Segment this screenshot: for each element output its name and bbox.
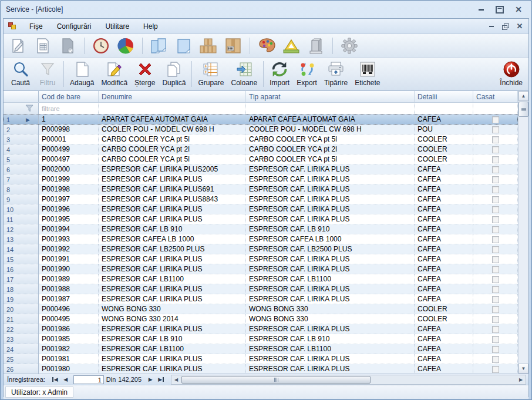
sterge-button[interactable]: Șterge bbox=[131, 59, 159, 89]
table-document-icon[interactable] bbox=[33, 36, 53, 55]
casat-checkbox[interactable] bbox=[492, 226, 499, 233]
casat-checkbox[interactable] bbox=[492, 366, 499, 373]
table-row[interactable]: 18▶ P001988 ESPRESOR CAF. LIRIKA PLUS ES… bbox=[4, 284, 518, 294]
casat-checkbox[interactable] bbox=[492, 316, 499, 323]
casat-checkbox[interactable] bbox=[492, 166, 499, 173]
casat-checkbox[interactable] bbox=[492, 296, 499, 303]
scroll-left-icon[interactable]: ◀ bbox=[171, 375, 181, 384]
building-icon[interactable] bbox=[306, 36, 326, 55]
document-check-icon[interactable] bbox=[58, 36, 78, 55]
clock-icon[interactable] bbox=[91, 36, 111, 55]
close-window-button[interactable]: ✕ bbox=[514, 5, 523, 14]
coloane-button[interactable]: Coloane bbox=[227, 59, 261, 89]
table-row[interactable]: 20▶ P000496 WONG BONG 330 WONG BONG 330 … bbox=[4, 304, 518, 314]
casat-checkbox[interactable] bbox=[492, 206, 499, 213]
table-row[interactable]: 10▶ P001996 ESPRESOR CAF. LIRIKA PLUS ES… bbox=[4, 204, 518, 214]
column-header-casat[interactable]: Casat bbox=[473, 91, 518, 102]
table-row[interactable]: 8▶ P001998 ESPRESOR CAF. LIRIKA PLUS691 … bbox=[4, 184, 518, 194]
menu-utilitare[interactable]: Utilitare bbox=[98, 20, 136, 33]
casat-checkbox[interactable] bbox=[492, 346, 499, 353]
casat-checkbox[interactable] bbox=[492, 196, 499, 203]
table-row[interactable]: 5▶ P000497 CARBO COOLER YCA pt 5l CARBO … bbox=[4, 154, 518, 164]
scroll-up-icon[interactable]: ▲ bbox=[518, 91, 528, 101]
table-row[interactable]: 19▶ P001987 ESPRESOR CAF. LIRIKA PLUS ES… bbox=[4, 294, 518, 304]
filter-input-tip[interactable] bbox=[246, 103, 415, 114]
column-header-denumire[interactable]: Denumire bbox=[99, 91, 246, 102]
box-blue-icon[interactable] bbox=[174, 36, 194, 55]
table-row[interactable]: 4▶ P000499 CARBO COOLER YCA pt 2l CARBO … bbox=[4, 144, 518, 154]
filter-input-casat[interactable] bbox=[473, 103, 518, 114]
grupare-button[interactable]: Grupare bbox=[194, 59, 227, 89]
casat-checkbox[interactable] bbox=[492, 216, 499, 223]
casat-checkbox[interactable] bbox=[492, 336, 499, 343]
title-bar[interactable]: Service - [Articole] ✕ bbox=[1, 1, 531, 18]
adauga-button[interactable]: Adaugă bbox=[66, 59, 97, 89]
mdi-minimize-button[interactable] bbox=[487, 23, 496, 30]
filter-input-denumire[interactable] bbox=[99, 103, 246, 114]
mdi-close-button[interactable]: ✕ bbox=[516, 23, 524, 30]
horizontal-scrollbar[interactable]: ◀ ▶ bbox=[171, 375, 526, 385]
table-row[interactable]: 22▶ P001986 ESPRESOR CAF. LIRIKA PLUS ES… bbox=[4, 324, 518, 334]
table-row[interactable]: 7▶ P001999 ESPRESOR CAF. LIRIKA PLUS ESP… bbox=[4, 174, 518, 184]
package-barcode-icon[interactable] bbox=[223, 36, 243, 55]
casat-checkbox[interactable] bbox=[492, 356, 499, 363]
prev-record-button[interactable]: ◀ bbox=[60, 375, 71, 384]
filter-input-cod[interactable]: filtrare bbox=[39, 103, 99, 114]
table-row[interactable]: 11▶ P001995 ESPRESOR CAF. LIRIKA PLUS ES… bbox=[4, 214, 518, 224]
column-header-tip[interactable]: Tip aparat bbox=[246, 91, 415, 102]
table-row[interactable]: 17▶ P001989 ESPRESOR CAF. LB1100 ESPRESO… bbox=[4, 274, 518, 284]
table-row[interactable]: 9▶ P001997 ESPRESOR CAF. LIRIKA PLUS8843… bbox=[4, 194, 518, 204]
vertical-scroll-thumb[interactable] bbox=[518, 102, 528, 117]
casat-checkbox[interactable] bbox=[492, 256, 499, 263]
menu-help[interactable]: Help bbox=[136, 20, 165, 33]
table-row[interactable]: 3▶ P00001 CARBO COOLER YCA pt 5l CARBO C… bbox=[4, 135, 518, 144]
modifica-button[interactable]: Modifică bbox=[97, 59, 131, 89]
pie-chart-icon[interactable] bbox=[116, 36, 136, 55]
maximize-button[interactable] bbox=[495, 5, 504, 14]
cauta-button[interactable]: Caută bbox=[7, 59, 34, 89]
etichete-button[interactable]: Etichete bbox=[351, 59, 383, 89]
table-row[interactable]: 13▶ P001993 ESPRESOR CAFEA LB 1000 ESPRE… bbox=[4, 234, 518, 244]
casat-checkbox[interactable] bbox=[492, 326, 499, 333]
gear-icon[interactable] bbox=[339, 36, 359, 55]
column-header-cod[interactable]: Cod de bare bbox=[39, 91, 99, 102]
table-row[interactable]: 21▶ P000495 WONG BONG 330 2014 WONG BONG… bbox=[4, 314, 518, 324]
table-row[interactable]: 26▶ P001980 ESPRESOR CAF. LIRIKA PLUS ES… bbox=[4, 364, 518, 374]
mdi-restore-button[interactable] bbox=[501, 23, 510, 30]
table-row[interactable]: 2▶ P000998 COOLER POU - MODEL CW 698 H C… bbox=[4, 125, 518, 135]
font-ruler-icon[interactable] bbox=[281, 36, 301, 55]
table-row[interactable]: 12▶ P001994 ESPRESOR CAF. LB 910 ESPRESO… bbox=[4, 224, 518, 234]
filtru-button[interactable]: Filtru bbox=[34, 59, 61, 89]
duplica-button[interactable]: Duplică bbox=[159, 59, 189, 89]
horizontal-scroll-thumb[interactable] bbox=[181, 376, 371, 384]
table-row[interactable]: 16▶ P001990 ESPRESOR CAF. LIRIKA PLUS ES… bbox=[4, 264, 518, 274]
table-row[interactable]: 1▶ 1 APARAT CAFEA AUTOMAT GAIA APARAT CA… bbox=[4, 115, 518, 125]
table-row[interactable]: 23▶ P001985 ESPRESOR CAF. LB 910 ESPRESO… bbox=[4, 334, 518, 344]
casat-checkbox[interactable] bbox=[492, 276, 499, 283]
tiparire-button[interactable]: Tipărire bbox=[321, 59, 351, 89]
casat-checkbox[interactable] bbox=[492, 176, 499, 183]
minimize-button[interactable] bbox=[476, 5, 486, 14]
casat-checkbox[interactable] bbox=[492, 236, 499, 243]
menu-fise[interactable]: Fișe bbox=[22, 20, 50, 33]
casat-checkbox[interactable] bbox=[492, 116, 499, 123]
vertical-scrollbar[interactable]: ▲ ▼ bbox=[518, 91, 528, 374]
next-record-button[interactable]: ▶ bbox=[145, 375, 156, 384]
edit-document-icon[interactable] bbox=[8, 36, 28, 55]
palette-icon[interactable] bbox=[257, 36, 277, 55]
table-row[interactable]: 6▶ P002000 ESPRESOR CAF. LIRIKA PLUS2005… bbox=[4, 164, 518, 174]
casat-checkbox[interactable] bbox=[492, 306, 499, 313]
casat-checkbox[interactable] bbox=[492, 266, 499, 273]
current-record-input[interactable]: 1 bbox=[73, 375, 104, 384]
packages-icon[interactable] bbox=[198, 36, 218, 55]
table-row[interactable]: 15▶ P001991 ESPRESOR CAF. LIRIKA PLUS ES… bbox=[4, 254, 518, 264]
menu-configurari[interactable]: Configurări bbox=[50, 20, 99, 33]
table-row[interactable]: 25▶ P001981 ESPRESOR CAF. LIRIKA PLUS ES… bbox=[4, 354, 518, 364]
casat-checkbox[interactable] bbox=[492, 136, 499, 143]
inchide-button[interactable]: Închide bbox=[496, 59, 526, 89]
export-button[interactable]: Export bbox=[293, 59, 321, 89]
scroll-right-icon[interactable]: ▶ bbox=[516, 375, 526, 384]
casat-checkbox[interactable] bbox=[492, 146, 499, 153]
casat-checkbox[interactable] bbox=[492, 286, 499, 293]
scroll-down-icon[interactable]: ▼ bbox=[518, 364, 528, 374]
